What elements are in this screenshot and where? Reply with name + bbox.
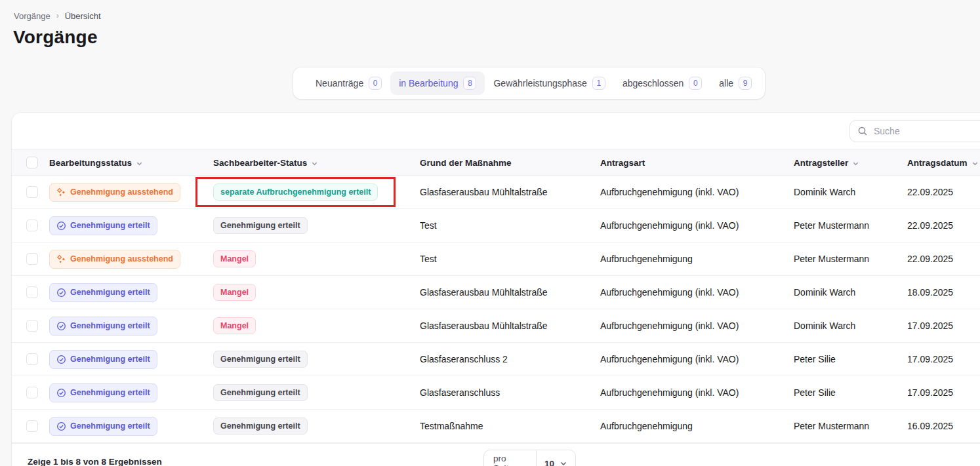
antragsteller-cell: Peter Silie [794,354,907,364]
table-row[interactable]: Genehmigung erteilt Genehmigung erteilt … [12,410,980,443]
search-icon [857,126,868,136]
row-checkbox[interactable] [26,286,38,298]
tab-count-badge: 8 [463,77,476,90]
tab-alle[interactable]: alle 9 [710,71,760,95]
antragsteller-cell: Peter Mustermann [794,220,907,231]
row-checkbox[interactable] [26,353,38,365]
sachbearbeiter-status-badge: Mangel [213,250,256,268]
bearbeitungsstatus-badge: Genehmigung erteilt [49,417,157,436]
check-circle-icon [56,388,66,398]
chevron-down-icon [136,160,143,167]
bearbeitungsstatus-badge: Genehmigung ausstehend [49,250,180,269]
page-title: Vorgänge [13,27,98,48]
breadcrumb-item-vorgaenge[interactable]: Vorgänge [14,11,51,21]
grund-der-massnahme-cell: Glasfaserausbau Mühltalstraße [420,287,600,298]
check-circle-icon [56,221,66,231]
tab-abgeschlossen[interactable]: abgeschlossen 0 [614,71,710,95]
per-page-label: pro Seite [484,450,536,466]
bearbeitungsstatus-label: Genehmigung erteilt [70,322,150,330]
grund-der-massnahme-cell: Glasfaseranschluss [420,387,600,398]
sachbearbeiter-status-label: Genehmigung erteilt [220,222,300,230]
column-header-antragsart: Antragsart [600,158,794,168]
bearbeitungsstatus-label: Genehmigung erteilt [70,389,150,397]
per-page-select[interactable]: pro Seite 10 [483,450,576,466]
row-checkbox[interactable] [26,253,38,265]
table-row[interactable]: Genehmigung erteilt Genehmigung erteilt … [12,343,980,376]
row-checkbox[interactable] [26,387,38,398]
antragsdatum-cell: 22.09.2025 [907,220,980,231]
table-row[interactable]: Genehmigung erteilt Mangel Glasfaserausb… [12,276,980,309]
antragsteller-cell: Dominik Warch [794,320,907,331]
table-row[interactable]: Genehmigung erteilt Genehmigung erteilt … [12,376,980,410]
row-checkbox[interactable] [26,220,38,231]
check-circle-icon [56,288,66,298]
sachbearbeiter-status-label: Genehmigung erteilt [220,355,300,364]
column-header-bearbeitungsstatus[interactable]: Bearbeitungsstatus [49,158,213,168]
column-header-grund: Grund der Maßnahme [420,158,600,168]
antragsteller-cell: Peter Silie [794,387,907,398]
table-header-row: Bearbeitungsstatus Sachbearbeiter-Status… [12,149,980,176]
bearbeitungsstatus-badge: Genehmigung erteilt [49,283,157,302]
row-checkbox[interactable] [26,186,38,198]
sachbearbeiter-status-badge: Mangel [213,284,256,301]
sachbearbeiter-status-badge: Mangel [213,317,256,335]
table-row[interactable]: Genehmigung erteilt Genehmigung erteilt … [12,209,980,243]
column-header-sachbearbeiter-status[interactable]: Sachbearbeiter-Status [213,158,420,168]
bearbeitungsstatus-badge: Genehmigung erteilt [49,216,157,235]
table-toolbar [12,113,980,149]
bearbeitungsstatus-label: Genehmigung erteilt [70,422,150,431]
antragsdatum-cell: 17.09.2025 [907,387,980,398]
sachbearbeiter-status-label: Genehmigung erteilt [220,389,300,397]
antragsdatum-cell: 22.09.2025 [907,254,980,264]
chevron-down-icon [560,459,567,466]
antragsteller-cell: Dominik Warch [794,187,907,197]
per-page-value[interactable]: 10 [536,450,575,466]
tab-label: Gewährleistungsphase [493,78,586,88]
bearbeitungsstatus-label: Genehmigung ausstehend [70,188,173,197]
sachbearbeiter-status-label: Genehmigung erteilt [220,422,300,431]
antragsart-cell: Aufbruchgenehmigung (inkl. VAO) [600,287,794,298]
check-circle-icon [56,321,66,331]
table-row[interactable]: Genehmigung ausstehend separate Aufbruch… [12,176,980,209]
bearbeitungsstatus-label: Genehmigung erteilt [70,288,150,297]
antragsdatum-cell: 17.09.2025 [907,320,980,331]
pending-status-icon [56,254,66,264]
sachbearbeiter-status-badge: Genehmigung erteilt [213,351,308,368]
column-header-antragsteller[interactable]: Antragsteller [794,158,907,168]
table-row[interactable]: Genehmigung erteilt Mangel Glasfaserausb… [12,309,980,343]
select-all-checkbox[interactable] [26,157,38,168]
search-box[interactable] [849,120,980,142]
tab-in-bearbeitung[interactable]: in Bearbeitung 8 [390,71,485,95]
tab-gewaehrleistungsphase[interactable]: Gewährleistungsphase 1 [485,71,613,95]
grund-der-massnahme-cell: Testmaßnahme [420,421,600,431]
pending-status-icon [56,187,66,197]
antragsteller-cell: Peter Mustermann [794,254,907,264]
column-header-antragsdatum[interactable]: Antragsdatum [907,158,980,168]
sachbearbeiter-status-badge: Genehmigung erteilt [213,417,308,435]
antragsart-cell: Aufbruchgenehmigung [600,254,794,264]
status-tabbar: Neuanträge 0 in Bearbeitung 8 Gewährleis… [293,68,765,99]
tab-count-badge: 9 [739,77,752,90]
bearbeitungsstatus-label: Genehmigung ausstehend [70,255,173,263]
antragsart-cell: Aufbruchgenehmigung [600,421,794,431]
antragsdatum-cell: 17.09.2025 [907,354,980,364]
table-row[interactable]: Genehmigung ausstehend Mangel Test Aufbr… [12,243,980,276]
antragsart-cell: Aufbruchgenehmigung (inkl. VAO) [600,220,794,231]
check-circle-icon [56,421,66,431]
row-checkbox[interactable] [26,420,38,432]
bearbeitungsstatus-badge: Genehmigung ausstehend [49,183,180,202]
breadcrumb: Vorgänge › Übersicht [14,11,101,21]
grund-der-massnahme-cell: Glasfaserausbau Mühltalstraße [420,187,600,197]
tab-neuantraege[interactable]: Neuanträge 0 [307,71,390,95]
chevron-down-icon [971,160,979,167]
antragsart-cell: Aufbruchgenehmigung (inkl. VAO) [600,320,794,331]
row-checkbox[interactable] [26,320,38,332]
bearbeitungsstatus-badge: Genehmigung erteilt [49,317,157,336]
grund-der-massnahme-cell: Test [420,220,600,231]
antragsteller-cell: Dominik Warch [794,287,907,298]
search-input[interactable] [874,126,979,136]
sachbearbeiter-status-label: Mangel [220,322,249,330]
table-footer: Zeige 1 bis 8 von 8 Ergebnissen pro Seit… [12,443,980,466]
tab-count-badge: 0 [369,77,382,90]
breadcrumb-item-uebersicht[interactable]: Übersicht [65,11,101,21]
